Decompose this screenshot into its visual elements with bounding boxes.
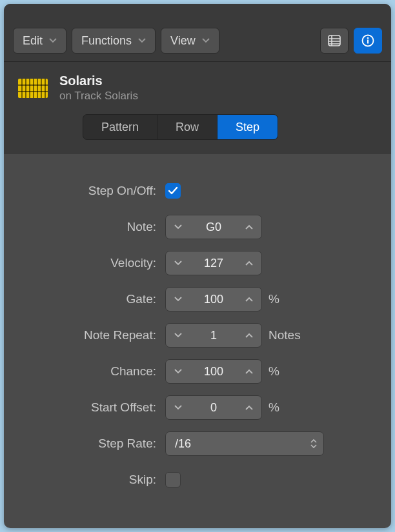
row-note: Note: G0 xyxy=(23,209,372,245)
inspector-window: Edit Functions View xyxy=(4,4,391,528)
stepper-gate[interactable]: 100 xyxy=(165,287,262,311)
value-start-offset[interactable]: 0 xyxy=(190,396,237,419)
unit-chance: % xyxy=(268,364,279,379)
chevron-up-icon[interactable] xyxy=(237,396,261,419)
row-note-repeat: Note Repeat: 1 Notes xyxy=(23,317,372,353)
chevron-up-icon[interactable] xyxy=(237,324,261,347)
value-step-rate: /16 xyxy=(175,437,191,451)
view-menu[interactable]: View xyxy=(161,28,219,54)
list-icon xyxy=(328,35,341,46)
unit-note-repeat: Notes xyxy=(268,328,301,342)
list-button[interactable] xyxy=(320,28,349,54)
row-skip: Skip: xyxy=(23,462,372,498)
label-velocity: Velocity: xyxy=(23,256,165,270)
value-chance[interactable]: 100 xyxy=(190,360,237,383)
chevron-up-icon[interactable] xyxy=(237,288,261,311)
view-menu-label: View xyxy=(170,34,196,48)
label-gate: Gate: xyxy=(23,292,165,306)
step-parameters: Step On/Off: Note: G0 Velocity: xyxy=(4,153,391,511)
chevron-down-icon[interactable] xyxy=(166,324,190,347)
checkbox-step-on-off[interactable] xyxy=(165,183,181,199)
value-note[interactable]: G0 xyxy=(190,215,237,239)
label-step-on-off: Step On/Off: xyxy=(23,184,165,198)
chevron-down-icon xyxy=(138,38,146,43)
chevron-down-icon[interactable] xyxy=(166,288,190,311)
chevron-down-icon[interactable] xyxy=(166,360,190,383)
label-step-rate: Step Rate: xyxy=(23,437,165,451)
value-note-repeat[interactable]: 1 xyxy=(190,324,237,347)
updown-arrows-icon xyxy=(310,439,317,448)
toolbar: Edit Functions View xyxy=(4,4,391,62)
edit-menu[interactable]: Edit xyxy=(13,28,66,54)
chevron-down-icon xyxy=(202,38,210,43)
label-note-repeat: Note Repeat: xyxy=(23,328,165,342)
chevron-down-icon[interactable] xyxy=(166,215,190,239)
label-chance: Chance: xyxy=(23,364,165,379)
row-step-on-off: Step On/Off: xyxy=(23,173,372,209)
label-start-offset: Start Offset: xyxy=(23,400,165,415)
chevron-up-icon[interactable] xyxy=(237,251,261,275)
functions-menu[interactable]: Functions xyxy=(72,28,156,54)
unit-gate: % xyxy=(268,292,279,306)
chevron-down-icon[interactable] xyxy=(166,251,190,275)
region-header: Solaris on Track Solaris Pattern Row Ste… xyxy=(4,62,391,153)
functions-menu-label: Functions xyxy=(81,34,132,48)
svg-point-6 xyxy=(367,37,369,39)
scope-segmented-control: Pattern Row Step xyxy=(83,114,278,140)
info-icon xyxy=(361,34,374,47)
tab-pattern[interactable]: Pattern xyxy=(83,115,157,139)
edit-menu-label: Edit xyxy=(23,34,43,48)
stepper-note[interactable]: G0 xyxy=(165,215,262,239)
chevron-up-icon[interactable] xyxy=(237,360,261,383)
tab-step[interactable]: Step xyxy=(218,115,278,139)
chevron-down-icon xyxy=(49,38,57,43)
stepper-chance[interactable]: 100 xyxy=(165,359,262,384)
info-button[interactable] xyxy=(354,28,382,54)
row-velocity: Velocity: 127 xyxy=(23,245,372,281)
label-skip: Skip: xyxy=(23,473,165,487)
region-subtitle: on Track Solaris xyxy=(59,90,138,103)
checkbox-skip[interactable] xyxy=(165,472,181,488)
chevron-down-icon[interactable] xyxy=(166,396,190,419)
step-sequencer-icon xyxy=(18,78,48,99)
stepper-note-repeat[interactable]: 1 xyxy=(165,323,262,348)
region-title: Solaris xyxy=(59,74,138,88)
unit-start-offset: % xyxy=(268,400,279,415)
row-chance: Chance: 100 % xyxy=(23,353,372,389)
row-start-offset: Start Offset: 0 % xyxy=(23,389,372,426)
value-velocity[interactable]: 127 xyxy=(190,251,237,275)
row-gate: Gate: 100 % xyxy=(23,281,372,317)
chevron-up-icon[interactable] xyxy=(237,215,261,239)
value-gate[interactable]: 100 xyxy=(190,288,237,311)
svg-rect-8 xyxy=(18,79,48,98)
stepper-velocity[interactable]: 127 xyxy=(165,251,262,275)
label-note: Note: xyxy=(23,220,165,234)
select-step-rate[interactable]: /16 xyxy=(165,431,324,456)
tab-row[interactable]: Row xyxy=(157,115,218,139)
stepper-start-offset[interactable]: 0 xyxy=(165,395,262,420)
svg-rect-7 xyxy=(367,40,369,44)
row-step-rate: Step Rate: /16 xyxy=(23,426,372,462)
